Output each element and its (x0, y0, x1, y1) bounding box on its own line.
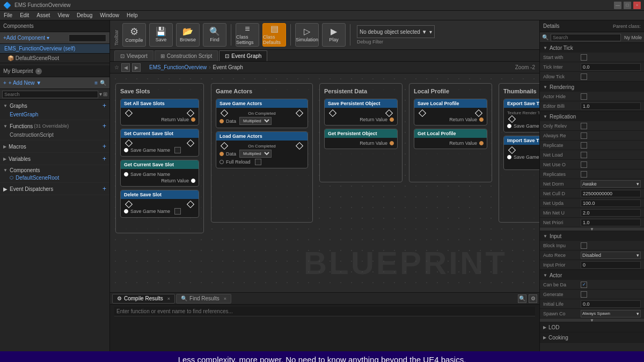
graphs-section-header[interactable]: ▼ Graphs + (0, 101, 109, 110)
net-upda-input[interactable] (581, 200, 641, 207)
add-new-button[interactable]: + + Add New ▼ ≡ 🔍 (0, 77, 109, 89)
breadcrumb-forward-button[interactable]: ▶ (132, 63, 141, 72)
breadcrumb-project-link[interactable]: EMS_FunctionOverview (149, 64, 207, 70)
tab-construction-script[interactable]: ⊞ Construction Script (155, 50, 218, 61)
replication-expand[interactable]: ▼ (540, 227, 644, 231)
save-persistent-object-node[interactable]: Save Persistent Object Return Value (324, 99, 398, 125)
macros-add-button[interactable]: + (103, 143, 106, 150)
bp-filter-icon[interactable]: ⊞ (103, 91, 107, 97)
bottom-search-icon[interactable]: 🔍 (518, 294, 526, 303)
functions-add-button[interactable]: + (103, 122, 106, 130)
import-save-thumbnail-node[interactable]: Import Save Thumbnail Save Game Name (503, 136, 539, 170)
replication-header[interactable]: ▼ Replication (540, 112, 644, 121)
get-persistent-object-node[interactable]: Get Persistent Object Return Value (324, 129, 398, 149)
editor-billi-input[interactable] (581, 102, 641, 110)
allow-tick-checkbox[interactable] (581, 73, 587, 80)
menu-window[interactable]: Window (98, 12, 121, 18)
menu-view[interactable]: View (56, 12, 71, 18)
class-defaults-button[interactable]: ▤ Class Defaults (262, 23, 286, 47)
breadcrumb-back-button[interactable]: ◀ (121, 63, 130, 72)
get-current-save-slot-node[interactable]: Get Current Save Slot Save Game Name Ret… (120, 160, 199, 187)
rendering-header[interactable]: ▼ Rendering (540, 82, 644, 92)
tick-interval-input[interactable] (581, 63, 641, 71)
net-dorm-dropdown[interactable]: Awake ▾ (581, 180, 641, 188)
tab-viewport[interactable]: ⊡ Viewport (114, 50, 153, 61)
initial-life-input[interactable] (581, 300, 641, 308)
find-tab-close[interactable]: × (224, 296, 226, 301)
set-current-save-slot-node[interactable]: Set Current Save Slot Save Game Name (120, 129, 199, 157)
details-search-input[interactable] (551, 34, 621, 41)
variables-section-header[interactable]: ▶ Variables + (0, 154, 109, 164)
functions-section-header[interactable]: ▼ Functions (31 Overridable) + (0, 121, 109, 131)
get-local-profile-node[interactable]: Get Local Profile Return Value (414, 129, 487, 149)
export-save-thumbnail-node[interactable]: Export Save Thumbnail Texture Render Tar… (503, 99, 539, 132)
find-references-input[interactable] (114, 307, 535, 316)
debug-object-dropdown[interactable]: No debug object selected ▼ ▾ (357, 25, 435, 38)
tab-event-graph[interactable]: ⊡ Event Graph (219, 50, 267, 61)
actor-hide-checkbox[interactable] (581, 93, 587, 100)
multiplied-select2[interactable]: Multiplied (239, 150, 272, 158)
menu-file[interactable]: File (2, 12, 14, 18)
bottom-settings-icon[interactable]: ⚙ (529, 294, 537, 303)
window-controls[interactable]: — □ × (614, 2, 641, 9)
blueprint-canvas[interactable]: BLUEPRINT Save Slots Set All Save Slots (110, 73, 539, 292)
menu-debug[interactable]: Debug (75, 12, 94, 18)
maximize-button[interactable]: □ (624, 2, 631, 9)
menu-help[interactable]: Help (125, 12, 140, 18)
net-load-checkbox[interactable] (581, 152, 587, 158)
block-inpu-checkbox[interactable] (581, 242, 587, 249)
bp-search-options[interactable]: ▾ (99, 91, 102, 97)
always-re-checkbox[interactable] (581, 132, 587, 139)
event-graph-item[interactable]: EventGraph (0, 110, 109, 119)
my-blueprint-close[interactable]: × (35, 68, 42, 75)
compile-button[interactable]: ⚙ Compile (122, 23, 146, 47)
components-bp-header[interactable]: ▼ Components (0, 166, 109, 174)
actor-tick-header[interactable]: ▼ Actor Tick (540, 43, 644, 53)
lod-header[interactable]: ▶ LOD (540, 322, 644, 332)
input-header[interactable]: ▼ Input (540, 231, 644, 241)
spawn-co-dropdown[interactable]: Always Spawn ▾ (581, 310, 641, 317)
net-priori-input[interactable] (581, 219, 641, 226)
compile-tab-close[interactable]: × (167, 296, 170, 301)
save-game-actors-node[interactable]: Save Game Actors On Completed Data Multi… (216, 99, 308, 128)
close-button[interactable]: × (633, 2, 641, 9)
can-be-da-checkbox[interactable] (581, 282, 587, 288)
bp-search-icon[interactable]: 🔍 (100, 80, 106, 86)
macros-section-header[interactable]: ▶ Macros + (0, 142, 109, 151)
only-relev-checkbox[interactable] (581, 123, 587, 129)
net-cull-input[interactable] (581, 190, 641, 197)
menu-edit[interactable]: Edit (18, 12, 31, 18)
minimize-button[interactable]: — (614, 2, 621, 9)
browse-button[interactable]: 📂 Browse (176, 23, 200, 47)
net-use-o-checkbox[interactable] (581, 161, 587, 168)
component-search-input[interactable] (69, 34, 106, 42)
compile-results-tab[interactable]: ⚙ Compile Results × (112, 294, 175, 304)
menu-asset[interactable]: Asset (35, 12, 52, 18)
breadcrumb-star-icon[interactable]: ☆ (114, 64, 119, 70)
min-net-u-input[interactable] (581, 209, 641, 217)
load-game-actors-node[interactable]: Load Game Actors On Completed Data Multi… (216, 131, 308, 168)
event-dispatchers-header[interactable]: ▶ Event Dispatchers + (0, 184, 109, 194)
set-all-save-slots-node[interactable]: Set All Save Slots Return Value (120, 99, 199, 125)
multiplied-select[interactable]: Multiplied (239, 117, 272, 125)
actor-header[interactable]: ▼ Actor (540, 270, 644, 280)
play-button[interactable]: ▶ Play (322, 23, 346, 47)
bp-search-input[interactable] (2, 91, 98, 98)
actor-expand[interactable]: ▼ (540, 319, 644, 322)
add-component-button[interactable]: + Add Component ▾ (0, 32, 109, 44)
checkbox[interactable] (174, 208, 181, 215)
auto-rece-dropdown[interactable]: Disabled ▾ (581, 252, 641, 259)
checkbox[interactable] (255, 159, 261, 165)
save-button[interactable]: 💾 Save (149, 23, 173, 47)
simulation-button[interactable]: ▷ Simulation (295, 23, 319, 47)
replicate-checkbox[interactable] (581, 142, 587, 149)
graphs-add-button[interactable]: + (103, 102, 106, 109)
find-button[interactable]: 🔍 Find (203, 23, 226, 47)
find-results-tab[interactable]: 🔍 Find Results × (176, 294, 231, 304)
bp-options-icon[interactable]: ≡ (94, 80, 98, 86)
cooking-header[interactable]: ▶ Cooking (540, 333, 644, 342)
generate-checkbox[interactable] (581, 291, 587, 298)
variables-add-button[interactable]: + (103, 155, 106, 162)
save-local-profile-node[interactable]: Save Local Profile Return Value (414, 99, 487, 125)
event-dispatchers-add-button[interactable]: + (103, 185, 106, 193)
